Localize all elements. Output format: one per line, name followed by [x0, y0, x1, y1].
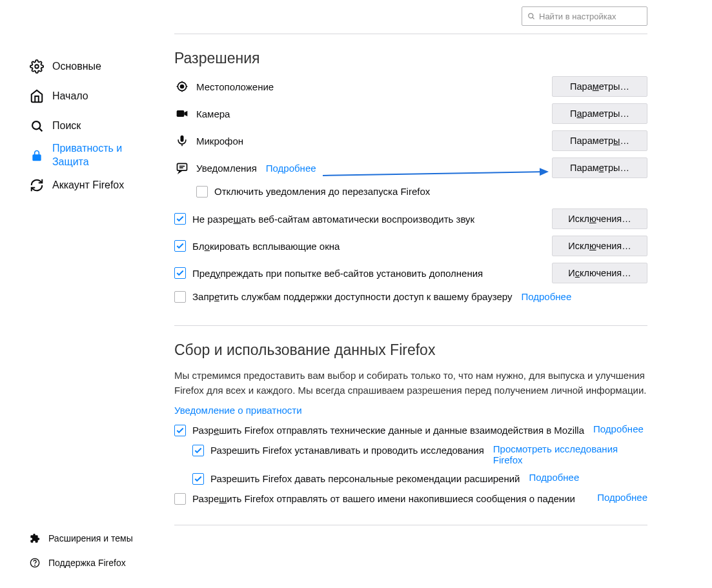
perm-location: Местоположение Параметры…: [174, 76, 647, 97]
accessibility-row: Запретить службам поддержки доступности …: [174, 290, 647, 303]
accessibility-learn-more-link[interactable]: Подробнее: [521, 291, 571, 302]
sidebar-item-label: Начало: [52, 90, 88, 103]
accessibility-checkbox[interactable]: [174, 291, 186, 303]
sync-icon: [29, 177, 45, 193]
disable-notifications-row: Отключить уведомления до перезапуска Fir…: [196, 185, 647, 198]
footer-label: Расширения и темы: [48, 533, 133, 543]
crash-reports-row: Разрешить Firefox отправлять от вашего и…: [174, 492, 647, 505]
perm-label: Местоположение: [196, 81, 274, 92]
help-icon: [29, 557, 41, 569]
sidebar-item-account[interactable]: Аккаунт Firefox: [29, 170, 161, 200]
addon-warn-row: Предупреждать при попытке веб-сайтов уст…: [174, 263, 647, 283]
footer-support[interactable]: Поддержка Firefox: [29, 551, 161, 575]
divider: [174, 325, 647, 326]
svg-point-4: [35, 565, 36, 565]
data-collection-intro: Мы стремимся предоставить вам выбор и со…: [174, 368, 647, 398]
location-icon: [174, 79, 190, 94]
sidebar-item-privacy[interactable]: Приватность и Защита: [29, 141, 161, 170]
footer-label: Поддержка Firefox: [48, 558, 126, 568]
addon-warn-checkbox[interactable]: [174, 267, 186, 279]
popups-row: Блокировать всплывающие окна Исключения…: [174, 236, 647, 256]
autoplay-checkbox[interactable]: [174, 213, 186, 225]
telemetry-checkbox[interactable]: [174, 425, 186, 436]
camera-icon: [174, 106, 190, 121]
perm-label: Уведомления: [196, 163, 257, 174]
camera-settings-button[interactable]: Параметры…: [552, 103, 647, 124]
microphone-icon: [174, 133, 190, 148]
puzzle-icon: [29, 532, 41, 544]
checkbox-label: Отключить уведомления до перезапуска Fir…: [214, 185, 430, 198]
sidebar-item-label: Приватность и Защита: [52, 142, 161, 169]
crash-learn-more-link[interactable]: Подробнее: [597, 492, 647, 503]
popups-exceptions-button[interactable]: Исключения…: [552, 236, 647, 256]
sidebar-item-label: Основные: [52, 60, 101, 74]
checkbox-label: Запретить службам поддержки доступности …: [192, 290, 512, 303]
perm-notifications: Уведомления Подробнее Параметры…: [174, 157, 647, 178]
svg-line-2: [39, 128, 42, 131]
checkbox-label: Не разрешать веб-сайтам автоматически во…: [192, 212, 474, 226]
permissions-title: Разрешения: [174, 50, 647, 67]
divider: [174, 34, 647, 34]
checkbox-label: Разрешить Firefox устанавливать и провод…: [210, 443, 484, 457]
search-icon: [29, 118, 45, 134]
perm-label: Камера: [196, 108, 230, 119]
notifications-learn-more-link[interactable]: Подробнее: [266, 163, 316, 174]
studies-row: Разрешить Firefox устанавливать и провод…: [174, 443, 647, 465]
gear-icon: [29, 59, 45, 74]
crash-reports-checkbox[interactable]: [174, 493, 186, 505]
lock-icon: [29, 148, 45, 163]
disable-notifications-checkbox[interactable]: [196, 186, 208, 198]
studies-view-link[interactable]: Просмотреть исследования Firefox: [493, 443, 647, 465]
autoplay-exceptions-button[interactable]: Исключения…: [552, 208, 647, 229]
divider: [174, 525, 647, 525]
svg-rect-14: [181, 136, 184, 142]
sidebar-item-general[interactable]: Основные: [29, 52, 161, 81]
svg-line-6: [533, 17, 534, 19]
location-settings-button[interactable]: Параметры…: [552, 76, 647, 97]
recommendations-checkbox[interactable]: [192, 473, 204, 485]
checkbox-label: Разрешить Firefox отправлять от вашего и…: [192, 492, 575, 505]
notification-icon: [174, 160, 190, 176]
telemetry-row: Разрешить Firefox отправлять технические…: [174, 423, 647, 437]
sidebar-item-search[interactable]: Поиск: [29, 111, 161, 141]
svg-rect-13: [177, 110, 185, 117]
checkbox-label: Блокировать всплывающие окна: [192, 239, 340, 253]
sidebar-item-label: Аккаунт Firefox: [52, 179, 124, 192]
home-icon: [29, 88, 45, 104]
data-collection-title: Сбор и использование данных Firefox: [174, 341, 647, 359]
popups-checkbox[interactable]: [174, 240, 186, 252]
notifications-settings-button[interactable]: Параметры…: [552, 157, 647, 178]
checkbox-label: Предупреждать при попытке веб-сайтов уст…: [192, 267, 483, 280]
recommendations-row: Разрешить Firefox давать персональные ре…: [174, 472, 647, 485]
svg-rect-16: [178, 163, 187, 170]
recommendations-learn-more-link[interactable]: Подробнее: [529, 472, 580, 483]
footer-extensions[interactable]: Расширения и темы: [29, 526, 161, 551]
sidebar-item-home[interactable]: Начало: [29, 81, 161, 111]
search-input[interactable]: [539, 12, 642, 21]
sidebar-item-label: Поиск: [52, 119, 81, 133]
checkbox-label: Разрешить Firefox отправлять технические…: [192, 423, 584, 437]
main-content: Разрешения Местоположение Параметры… Кам…: [161, 0, 712, 588]
perm-microphone: Микрофон Параметры…: [174, 130, 647, 151]
perm-camera: Камера Параметры…: [174, 103, 647, 124]
telemetry-learn-more-link[interactable]: Подробнее: [593, 423, 644, 434]
addon-exceptions-button[interactable]: Исключения…: [552, 263, 647, 283]
svg-point-1: [32, 121, 40, 129]
svg-point-5: [529, 14, 533, 18]
svg-point-8: [181, 85, 184, 88]
search-box[interactable]: [522, 6, 647, 26]
svg-point-0: [35, 65, 39, 68]
autoplay-row: Не разрешать веб-сайтам автоматически во…: [174, 208, 647, 229]
checkbox-label: Разрешить Firefox давать персональные ре…: [210, 472, 520, 485]
studies-checkbox[interactable]: [192, 445, 204, 456]
microphone-settings-button[interactable]: Параметры…: [552, 130, 647, 151]
perm-label: Микрофон: [196, 136, 243, 147]
privacy-notice-link[interactable]: Уведомление о приватности: [174, 405, 302, 416]
sidebar: Основные Начало Поиск Приватность и Защи…: [0, 0, 161, 588]
